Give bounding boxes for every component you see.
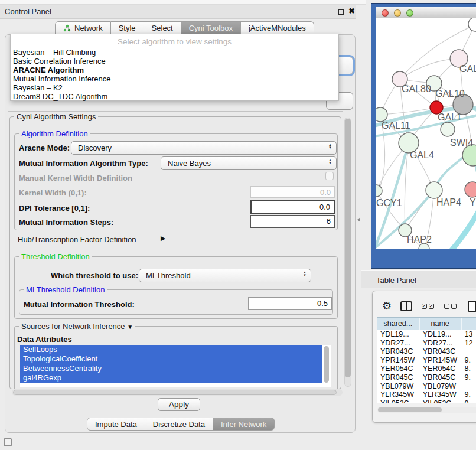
- network-node[interactable]: [441, 122, 455, 136]
- table-row[interactable]: YER054CYER054C8.: [377, 364, 476, 373]
- table-cell: 8.: [461, 364, 476, 373]
- table-column-header[interactable]: shared...: [377, 318, 419, 330]
- table-cell: YER054C: [377, 364, 419, 373]
- float-panel-icon[interactable]: [338, 9, 344, 15]
- minimize-traffic-light[interactable]: [394, 9, 401, 17]
- network-node-label: GAL10: [435, 89, 465, 99]
- table-row[interactable]: YIL052CYIL052C9: [377, 399, 476, 403]
- algorithm-dropdown-list: Bayesian – Hill ClimbingBasic Correlatio…: [11, 48, 338, 102]
- network-node-label: GAL4: [410, 150, 434, 160]
- table-row[interactable]: YLR345WYLR345W9.: [377, 390, 476, 399]
- network-node[interactable]: [376, 185, 382, 197]
- network-svg: GALGAL80GAL10GAL1GAL11GAL4SWI4GCY1HAP4YH…: [376, 18, 476, 249]
- settings-vertical-scrollbar[interactable]: [344, 118, 351, 387]
- table-row[interactable]: YDL19...YDL19...13: [377, 330, 476, 339]
- deselect-all-columns-icon[interactable]: [443, 304, 457, 309]
- table-cell: YBR045C: [419, 373, 461, 382]
- algorithm-option[interactable]: Bayesian – Hill Climbing: [11, 48, 338, 57]
- tab-discretize-data[interactable]: Discretize Data: [145, 418, 213, 431]
- mi-threshold-definition-title: MI Threshold Definition: [24, 285, 107, 294]
- algorithm-option[interactable]: Bayesian – K2: [11, 83, 338, 92]
- data-attributes-list[interactable]: SelfLoopsTopologicalCoefficientBetweenne…: [20, 345, 331, 387]
- table-cell: YDL19...: [377, 330, 419, 339]
- node-table: shared...name YDL19...YDL19...13YDR27...…: [377, 317, 476, 403]
- tab-select[interactable]: Select: [144, 21, 181, 35]
- gear-icon[interactable]: ⚙: [382, 299, 392, 312]
- sources-collapse-icon[interactable]: ▼: [127, 324, 133, 330]
- tab-jactivemnodules[interactable]: jActiveMNodules: [241, 21, 314, 35]
- tab-network[interactable]: Network: [55, 21, 111, 35]
- table-cell: YLR345W: [419, 390, 461, 399]
- aracne-mode-combobox[interactable]: Discovery ▲▼: [71, 141, 337, 155]
- mi-steps-field[interactable]: 6: [250, 215, 335, 228]
- new-table-icon[interactable]: [468, 301, 476, 312]
- close-traffic-light[interactable]: [382, 9, 389, 17]
- select-all-columns-icon[interactable]: ✓ ✓: [420, 304, 435, 309]
- mi-threshold-field[interactable]: 0.5: [248, 297, 332, 310]
- network-node-label: HAP4: [436, 197, 461, 207]
- table-hscroll-thumb[interactable]: [378, 407, 442, 412]
- table-row[interactable]: YBL079WYBL079W: [377, 382, 476, 391]
- table-cell: [461, 347, 476, 356]
- table-column-header[interactable]: [461, 318, 476, 330]
- network-node[interactable]: [376, 107, 387, 122]
- table-cell: 9.: [461, 373, 476, 382]
- algorithm-option[interactable]: Mutual Information Inference: [11, 74, 338, 83]
- table-column-header[interactable]: name: [419, 318, 461, 330]
- cyni-bottom-tabs: Impute Data Discretize Data Infer Networ…: [87, 418, 275, 431]
- table-cell: YDR27...: [419, 339, 461, 348]
- table-cell: 9.: [461, 356, 476, 365]
- table-row[interactable]: YPR145WYPR145W9.: [377, 356, 476, 365]
- table-cell: 13: [461, 330, 476, 339]
- kernel-width-field[interactable]: 0.0: [250, 186, 335, 198]
- settings-horizontal-scrollbar[interactable]: [12, 389, 343, 396]
- attributes-scrollbar[interactable]: [324, 346, 329, 383]
- collapsed-panel-icon[interactable]: [4, 438, 12, 446]
- network-node[interactable]: [426, 182, 442, 198]
- table-row[interactable]: YBR045CYBR045C9.: [377, 373, 476, 382]
- mi-type-combobox[interactable]: Naive Bayes ▲▼: [161, 156, 337, 170]
- data-attribute-item[interactable]: SelfLoops: [20, 345, 322, 354]
- combo-arrows-icon: ▲▼: [328, 159, 332, 165]
- tab-cyni-toolbox[interactable]: Cyni Toolbox: [181, 21, 241, 35]
- network-node-label: GAL80: [402, 84, 431, 94]
- network-node[interactable]: [468, 18, 476, 31]
- settings-vscroll-thumb[interactable]: [345, 119, 351, 377]
- network-node[interactable]: [462, 145, 476, 166]
- kernel-width-label: Kernel Width (0,1):: [19, 188, 87, 197]
- settings-hscroll-thumb[interactable]: [13, 390, 337, 395]
- algorithm-dropdown[interactable]: Select algorithm to view settings Bayesi…: [10, 34, 339, 101]
- algorithm-option[interactable]: Dream8 DC_TDC Algorithm: [11, 92, 338, 101]
- table-horizontal-scrollbar[interactable]: [377, 407, 476, 413]
- dpi-tolerance-field[interactable]: 0.0: [250, 200, 335, 214]
- data-attribute-item[interactable]: BetweennessCentrality: [20, 364, 322, 373]
- data-attribute-item[interactable]: TopologicalCoefficient: [20, 354, 322, 364]
- network-window-titlebar[interactable]: [376, 7, 476, 18]
- table-row[interactable]: YDR27...YDR27...12: [377, 339, 476, 348]
- table-cell: 9.: [461, 390, 476, 399]
- tab-impute-data[interactable]: Impute Data: [87, 418, 145, 431]
- zoom-traffic-light[interactable]: [406, 9, 413, 17]
- hub-expand-icon[interactable]: ▶: [161, 234, 165, 242]
- which-threshold-combobox[interactable]: MI Threshold ▲▼: [139, 269, 311, 282]
- table-panel-titlebar: Table Panel: [361, 270, 476, 288]
- column-layout-icon[interactable]: [400, 301, 412, 311]
- manual-kernel-label: Manual Kernel Width Definition: [19, 174, 132, 182]
- algorithm-option[interactable]: Basic Correlation Inference: [11, 57, 338, 66]
- tab-infer-network[interactable]: Infer Network: [213, 418, 275, 431]
- apply-button[interactable]: Apply: [158, 398, 200, 411]
- table-cell: YDL19...: [419, 330, 461, 339]
- network-canvas[interactable]: GALGAL80GAL10GAL1GAL11GAL4SWI4GCY1HAP4YH…: [376, 18, 476, 249]
- splitpane-collapse-arrow[interactable]: [357, 217, 360, 222]
- dpi-tolerance-label: DPI Tolerance [0,1]:: [19, 204, 90, 213]
- tab-style[interactable]: Style: [111, 21, 144, 35]
- algorithm-option[interactable]: ARACNE Algorithm: [11, 66, 338, 74]
- mi-steps-label: Mutual Information Steps:: [19, 218, 113, 227]
- data-attribute-item[interactable]: gal4RGexp: [20, 373, 322, 383]
- manual-kernel-checkbox[interactable]: [325, 172, 334, 180]
- network-node[interactable]: [465, 182, 476, 197]
- which-threshold-label: Which threshold to use:: [51, 271, 138, 280]
- network-edge: [400, 58, 459, 79]
- close-icon[interactable]: ✖: [348, 6, 355, 15]
- table-row[interactable]: YBR043CYBR043C: [377, 347, 476, 356]
